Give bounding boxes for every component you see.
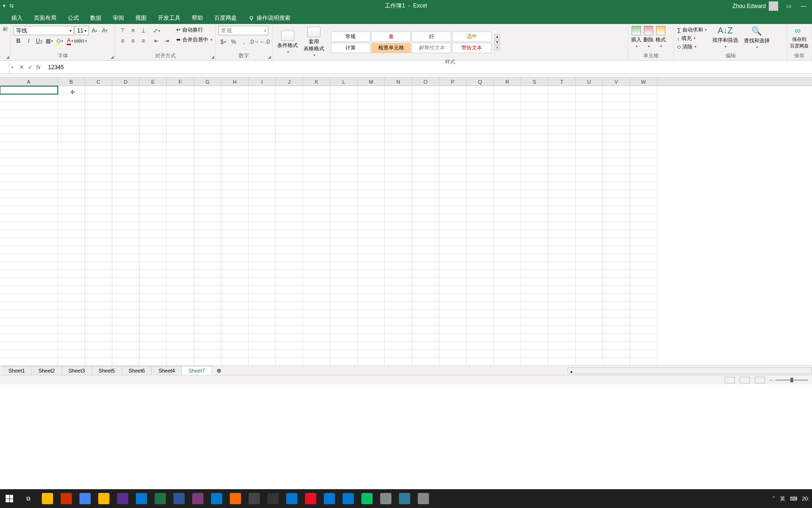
cell[interactable] xyxy=(412,342,439,350)
cell[interactable] xyxy=(603,358,630,365)
cell[interactable] xyxy=(576,294,603,302)
zoom-slider[interactable] xyxy=(775,380,808,381)
cell[interactable] xyxy=(358,158,385,166)
cell[interactable] xyxy=(576,126,603,134)
cell[interactable] xyxy=(548,206,576,214)
tab-view[interactable]: 视图 xyxy=(130,12,152,24)
font-color-button[interactable]: A xyxy=(65,36,75,46)
account-button[interactable]: Zhou Edward xyxy=(733,1,778,11)
cell[interactable] xyxy=(0,246,58,254)
cell[interactable] xyxy=(521,174,548,182)
cell[interactable] xyxy=(140,174,167,182)
cell[interactable] xyxy=(112,134,140,142)
cell[interactable] xyxy=(548,318,576,326)
cell[interactable] xyxy=(630,270,657,278)
cell[interactable] xyxy=(330,270,358,278)
cell[interactable] xyxy=(85,158,112,166)
cell[interactable] xyxy=(548,230,576,238)
sheet-tab[interactable]: Sheet7 xyxy=(182,366,212,375)
cell[interactable] xyxy=(276,134,303,142)
cell[interactable] xyxy=(221,126,249,134)
cell[interactable] xyxy=(276,334,303,342)
cell[interactable] xyxy=(603,254,630,262)
cell[interactable] xyxy=(140,318,167,326)
cell[interactable] xyxy=(249,142,276,150)
cell[interactable] xyxy=(548,350,576,358)
cell[interactable] xyxy=(194,94,221,102)
orientation-button[interactable]: ⤢ xyxy=(152,26,161,35)
cell[interactable] xyxy=(276,94,303,102)
cell[interactable] xyxy=(576,278,603,286)
cell[interactable] xyxy=(221,206,249,214)
fill-button[interactable]: ↓填充 xyxy=(677,34,707,42)
cell[interactable] xyxy=(494,334,521,342)
cell[interactable] xyxy=(0,358,58,365)
cell[interactable] xyxy=(576,142,603,150)
cell[interactable] xyxy=(0,326,58,334)
tab-review[interactable]: 审阅 xyxy=(107,12,130,24)
cell[interactable] xyxy=(576,254,603,262)
cell[interactable] xyxy=(276,222,303,230)
cell[interactable] xyxy=(494,358,521,365)
cell[interactable] xyxy=(167,118,194,126)
cell[interactable] xyxy=(221,254,249,262)
cell[interactable] xyxy=(467,214,494,222)
align-right-button[interactable]: ≡ xyxy=(139,36,148,46)
cell[interactable] xyxy=(494,102,521,110)
cell[interactable] xyxy=(630,262,657,270)
underline-button[interactable]: U xyxy=(34,36,44,46)
align-center-button[interactable]: ≡ xyxy=(128,36,138,46)
cell[interactable] xyxy=(439,110,467,118)
cell[interactable] xyxy=(0,182,58,190)
sheet-tab[interactable]: Sheet5 xyxy=(92,366,122,375)
cell[interactable] xyxy=(85,94,112,102)
cell[interactable] xyxy=(112,214,140,222)
cell[interactable] xyxy=(221,118,249,126)
cell[interactable] xyxy=(194,238,221,246)
cell[interactable] xyxy=(85,118,112,126)
cell[interactable] xyxy=(330,206,358,214)
cell[interactable] xyxy=(140,158,167,166)
cell[interactable] xyxy=(276,182,303,190)
cell[interactable] xyxy=(85,214,112,222)
cell[interactable] xyxy=(58,150,85,158)
cell[interactable] xyxy=(358,174,385,182)
cell[interactable] xyxy=(548,190,576,198)
cell[interactable] xyxy=(167,294,194,302)
system-tray[interactable]: ˄ 英 ⌨ 20: xyxy=(773,495,812,502)
cell[interactable] xyxy=(521,142,548,150)
style-bad[interactable]: 差 xyxy=(371,32,411,42)
cell[interactable] xyxy=(58,182,85,190)
cell[interactable] xyxy=(603,182,630,190)
cell[interactable] xyxy=(221,142,249,150)
fx-button[interactable]: fx xyxy=(36,64,40,71)
cell[interactable] xyxy=(467,182,494,190)
cell[interactable] xyxy=(85,206,112,214)
cell[interactable] xyxy=(58,238,85,246)
cell[interactable] xyxy=(385,198,412,206)
cell[interactable] xyxy=(358,150,385,158)
cell[interactable] xyxy=(494,230,521,238)
style-warn[interactable]: 警告文本 xyxy=(452,43,492,53)
cell[interactable] xyxy=(494,350,521,358)
cell[interactable] xyxy=(548,94,576,102)
taskbar-app[interactable] xyxy=(39,489,56,508)
font-launcher-icon[interactable]: ◢ xyxy=(110,55,114,59)
cell[interactable] xyxy=(58,94,85,102)
cell[interactable] xyxy=(603,318,630,326)
cell[interactable] xyxy=(630,94,657,102)
cell[interactable] xyxy=(467,158,494,166)
cell[interactable] xyxy=(58,102,85,110)
taskbar-app[interactable] xyxy=(320,489,338,508)
column-header[interactable]: H xyxy=(221,78,249,86)
cell[interactable] xyxy=(358,182,385,190)
cell[interactable] xyxy=(167,206,194,214)
cell[interactable] xyxy=(0,102,58,110)
borders-button[interactable]: ▦ xyxy=(45,36,54,46)
cell[interactable] xyxy=(467,350,494,358)
taskbar-app[interactable] xyxy=(302,489,320,508)
column-headers[interactable]: ABCDEFGHIJKLMNOPQRSTUVW xyxy=(0,78,812,86)
style-gallery-scroll[interactable]: ▴ ▾ ▿ xyxy=(494,34,500,50)
cell[interactable] xyxy=(576,238,603,246)
cell[interactable] xyxy=(358,350,385,358)
